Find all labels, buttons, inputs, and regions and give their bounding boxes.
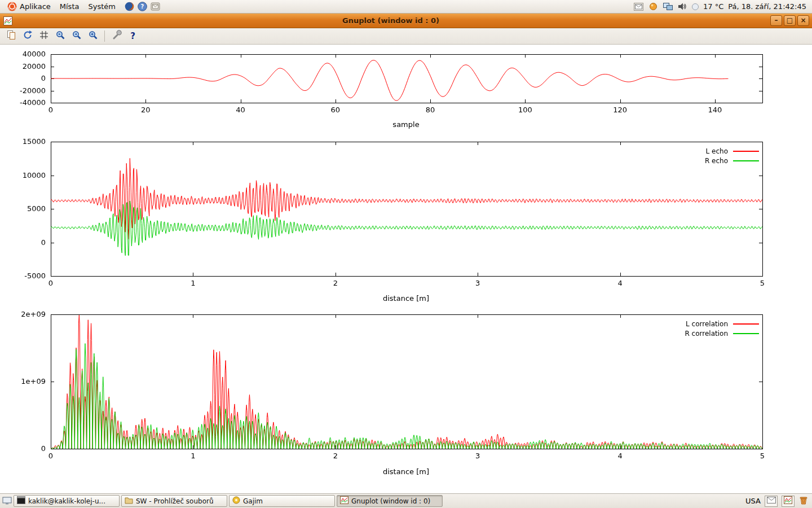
settings-button[interactable]	[109, 29, 123, 43]
help-icon: ?	[130, 31, 135, 41]
software-updates-icon[interactable]	[648, 2, 658, 12]
top-panel: Aplikace Místa Systém ?	[0, 0, 812, 14]
volume-icon[interactable]	[677, 2, 687, 12]
legend-line-sample	[733, 151, 759, 152]
window-selector-button[interactable]	[782, 496, 795, 507]
zoom-icon	[88, 30, 98, 42]
legend-line-sample	[733, 333, 759, 334]
panel-launchers: ?	[125, 2, 161, 12]
refresh-icon	[23, 30, 33, 42]
mail-notification-icon[interactable]	[633, 2, 643, 12]
help-launcher-icon[interactable]: ?	[138, 2, 148, 12]
legend-label: L correlation	[686, 320, 728, 328]
minimize-button[interactable]: –	[770, 15, 782, 26]
plot-area	[0, 45, 812, 493]
copy-icon	[6, 30, 16, 42]
legend-line-sample	[733, 323, 759, 325]
gnuplot-toolbar: ?	[0, 28, 812, 45]
temperature-label[interactable]: 17 °C	[703, 2, 723, 11]
chart3-legend: L correlation R correlation	[685, 319, 759, 338]
legend-line-sample	[733, 160, 759, 161]
gnuplot-window-icon	[3, 16, 13, 26]
legend-entry: L echo	[705, 146, 759, 156]
chart2-xlabel: distance [m]	[0, 294, 812, 303]
grid-icon	[39, 30, 49, 42]
grid-button[interactable]	[37, 29, 51, 43]
zoom-previous-button[interactable]	[53, 29, 67, 43]
task-label: SW - Prohlížeč souborů	[136, 497, 214, 505]
taskbar-tray: USA	[745, 496, 810, 507]
menu-system-label: Systém	[88, 2, 115, 11]
zoom-button[interactable]	[86, 29, 100, 43]
gajim-icon	[232, 496, 240, 506]
clock[interactable]: Pá, 18. září, 21:42:45	[728, 2, 806, 11]
displays-icon[interactable]	[663, 2, 673, 12]
task-label: Gajim	[243, 497, 263, 505]
window-selector-icon	[784, 496, 792, 506]
task-gnuplot[interactable]: Gnuplot (window id : 0)	[337, 495, 443, 507]
mail-tray-icon	[767, 497, 776, 505]
gnuplot-icon	[340, 496, 348, 506]
legend-label: L echo	[706, 147, 728, 155]
toolbar-separator	[104, 30, 105, 42]
legend-entry: L correlation	[685, 319, 759, 329]
show-desktop-button[interactable]	[2, 496, 12, 506]
menu-system[interactable]: Systém	[83, 0, 120, 13]
ubuntu-logo-icon	[7, 2, 17, 12]
task-label: Gnuplot (window id : 0)	[351, 497, 430, 505]
legend-label: R correlation	[685, 330, 728, 338]
task-gajim[interactable]: Gajim	[229, 495, 335, 507]
menu-places[interactable]: Místa	[55, 0, 84, 13]
taskbar: kaklik@kaklik-kolej-u... SW - Prohlížeč …	[0, 493, 812, 508]
weather-icon[interactable]	[692, 3, 699, 10]
window-title: Gnuplot (window id : 0)	[13, 16, 769, 25]
replot-button[interactable]	[20, 29, 34, 43]
chart3-xlabel: distance [m]	[0, 467, 812, 476]
terminal-icon	[17, 496, 25, 506]
help-button[interactable]: ?	[126, 29, 140, 43]
maximize-button[interactable]: □	[784, 15, 796, 26]
keyboard-indicator[interactable]: USA	[745, 497, 761, 505]
menu-applications[interactable]: Aplikace	[2, 0, 55, 13]
menu-applications-label: Aplikace	[20, 2, 51, 11]
task-label: kaklik@kaklik-kolej-u...	[28, 497, 105, 505]
file-manager-icon	[125, 496, 133, 506]
trash-button[interactable]	[798, 496, 809, 506]
firefox-launcher-icon[interactable]	[125, 2, 135, 12]
copy-button[interactable]	[4, 29, 18, 43]
mail-tray-button[interactable]	[765, 496, 778, 507]
legend-entry: R correlation	[685, 329, 759, 338]
legend-label: R echo	[705, 157, 728, 165]
charts-canvas[interactable]	[0, 45, 812, 493]
wrench-icon	[112, 30, 122, 42]
zoom-previous-icon	[55, 30, 65, 42]
panel-tray: 17 °C Pá, 18. září, 21:42:45	[633, 2, 810, 12]
window-titlebar[interactable]: Gnuplot (window id : 0) – □ ×	[0, 14, 812, 28]
close-button[interactable]: ×	[797, 15, 809, 26]
chart1-xlabel: sample	[0, 120, 812, 129]
zoom-next-icon	[72, 30, 82, 42]
desktop: Aplikace Místa Systém ?	[0, 0, 812, 508]
menu-places-label: Místa	[60, 2, 80, 11]
task-file-manager[interactable]: SW - Prohlížeč souborů	[121, 495, 227, 507]
mail-launcher-icon[interactable]	[151, 2, 161, 12]
trash-icon	[798, 495, 809, 507]
zoom-next-button[interactable]	[69, 29, 83, 43]
legend-entry: R echo	[705, 156, 759, 165]
chart2-legend: L echo R echo	[705, 146, 759, 165]
svg-text:?: ?	[141, 3, 144, 10]
task-terminal[interactable]: kaklik@kaklik-kolej-u...	[14, 495, 120, 507]
